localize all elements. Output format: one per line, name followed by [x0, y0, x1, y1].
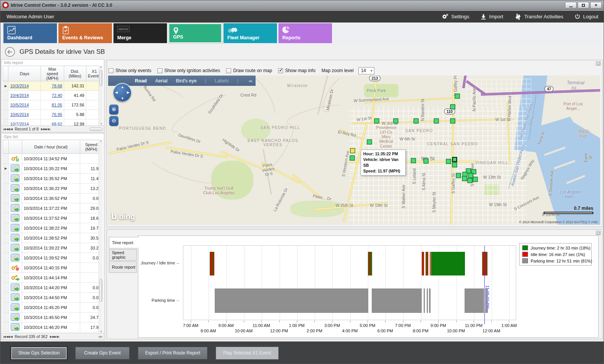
info-report-row[interactable]: ▶10/3/201478.68142.31 [3, 81, 103, 91]
gps-marker[interactable] [374, 118, 379, 123]
map-toolbar-collapse-button[interactable]: «« [249, 79, 252, 83]
map-view-tab-road[interactable]: Road [135, 78, 147, 84]
topbar-action-transfer-activities[interactable]: Transfer Activities [515, 14, 563, 20]
gps-marker[interactable] [462, 176, 467, 181]
gps-marker[interactable] [393, 118, 398, 123]
maximize-button[interactable] [578, 2, 589, 8]
gps-marker[interactable] [450, 104, 455, 109]
topbar-action-settings[interactable]: Settings [442, 14, 469, 20]
gps-column-header[interactable]: Date / hour (local) [22, 140, 80, 154]
day-link[interactable]: 10/7/2014 [10, 122, 29, 126]
gps-marker[interactable] [452, 157, 457, 162]
day-link[interactable]: 10/4/2014 [10, 93, 29, 98]
gps-marker[interactable] [473, 177, 478, 182]
gps-list-row[interactable]: 10/3/2014 11:35:52 PM11.47 [3, 174, 103, 184]
report-tab-speed-graphic[interactable]: Speed graphic [109, 249, 137, 261]
gps-marker[interactable] [450, 118, 455, 123]
map-view-tab-aerial[interactable]: Aerial [155, 78, 167, 84]
gps-list-row[interactable]: 10/3/2014 11:46:20 PM17.93 [3, 322, 103, 332]
map-view-tab-labels[interactable]: Labels [215, 78, 229, 84]
map-zoom-in-button[interactable]: ⊕ [109, 105, 118, 114]
nav-tile-reports[interactable]: Reports [279, 23, 332, 43]
gps-marker[interactable] [424, 158, 429, 163]
pager-first-icon[interactable]: |◀ ◀◀ ◀ [3, 335, 12, 338]
gps-list-row[interactable]: 10/3/2014 11:37:52 PM18.63 [3, 213, 103, 223]
gps-list-row[interactable]: 10/3/2014 11:39:22 PM33.21 [3, 243, 103, 253]
gps-list-row[interactable]: 10/3/2014 11:36:22 PM13.28 [3, 184, 103, 193]
gps-marker[interactable] [456, 173, 461, 178]
nav-tile-gps[interactable]: GPS [168, 23, 222, 43]
checkbox-show-only-ignition-activities[interactable]: Show only ignition activities [157, 68, 220, 73]
info-report-row[interactable]: 10/7/201468.6212.99 [3, 119, 103, 126]
day-link[interactable]: 10/3/2014 [10, 84, 29, 88]
gps-marker[interactable] [434, 118, 439, 123]
gps-marker[interactable] [452, 162, 457, 167]
gps-list-row[interactable]: 10/3/2014 11:40:15 PM [3, 263, 103, 273]
info-table-scrollbar[interactable]: ▲▼ [99, 66, 103, 126]
gps-list-row[interactable]: 10/3/2014 11:38:52 PM30.55 [3, 233, 103, 243]
gps-marker[interactable] [350, 155, 355, 160]
back-button[interactable] [5, 47, 15, 57]
info-column-header[interactable]: Dist. (Miles) [64, 66, 86, 81]
chart-panel-maximize-button[interactable] [596, 231, 601, 235]
button-show-gps-selection[interactable]: Show Gps Selection [11, 347, 67, 359]
pager-hscroll-thumb[interactable] [89, 127, 102, 131]
pager-last-icon[interactable]: ▶ ▶▶ ▶| [41, 127, 50, 131]
gps-marker[interactable] [467, 178, 472, 183]
map-zoom-out-button[interactable]: ⊖ [109, 116, 118, 126]
max-speed-link[interactable]: 76.95 [52, 112, 62, 117]
day-link[interactable]: 10/6/2014 [10, 112, 29, 117]
pager-last-icon[interactable]: ▶ ▶▶ ▶| [50, 335, 59, 338]
button-export-print-route-report[interactable]: Export / Print Route Report [138, 347, 207, 359]
gps-marker[interactable] [446, 159, 451, 164]
gps-marker[interactable] [367, 140, 372, 145]
report-tab-route-report[interactable]: Route report [109, 261, 137, 273]
max-speed-link[interactable]: 81.05 [52, 103, 62, 107]
gps-marker-selected[interactable] [350, 148, 355, 153]
gps-list-row[interactable]: 10/3/2014 11:44:50 PM0.00 [3, 293, 103, 303]
minimize-button[interactable] [565, 2, 576, 8]
max-speed-link[interactable]: 68.62 [52, 122, 62, 126]
info-column-header[interactable]: Days [8, 66, 41, 81]
checkbox-show-map-info[interactable]: Show map info [278, 68, 315, 73]
gps-list-row[interactable]: 10/3/2014 11:45:50 PM24.75 [3, 312, 103, 322]
gps-list-row[interactable]: 10/3/2014 11:36:52 PM0.00 [3, 193, 103, 203]
max-speed-link[interactable]: 78.68 [52, 84, 62, 88]
gps-list-row[interactable]: ▶10/3/2014 11:35:22 PM11.97 [3, 164, 103, 174]
report-tab-time-report[interactable]: Time report [109, 237, 139, 248]
gps-list-row[interactable]: 10/3/2014 11:45:20 PM0.00 [3, 303, 103, 312]
nav-tile-fleet-manager[interactable]: Fleet Manager [223, 23, 277, 43]
nav-tile-merge[interactable]: MERGEMerge [113, 23, 167, 43]
button-create-gps-event[interactable]: Create Gps Event [75, 347, 130, 359]
gps-list-row[interactable]: 10/3/2014 11:44:20 PM0.00 [3, 283, 103, 293]
checkbox-show-only-events[interactable]: Show only events [108, 68, 151, 73]
max-speed-link[interactable]: 72.40 [52, 93, 62, 98]
gps-marker[interactable] [411, 158, 416, 163]
topbar-action-logout[interactable]: Logout [575, 14, 598, 19]
info-report-row[interactable]: 10/6/201476.955.88 [3, 110, 103, 119]
gps-list-row[interactable]: 10/3/2014 11:37:22 PM29.05 [3, 203, 103, 213]
close-button[interactable]: ✕ [590, 2, 602, 8]
gps-list-row[interactable]: 10/3/2014 11:39:52 PM0.00 [3, 253, 103, 263]
map-panel-maximize-button[interactable] [596, 61, 601, 66]
gps-list-row[interactable]: 10/3/2014 11:44:14 PM [3, 273, 103, 283]
gps-list-row[interactable]: 10/3/2014 11:34:52 PM [3, 154, 103, 164]
topbar-action-import[interactable]: Import [481, 14, 503, 20]
day-link[interactable]: 10/5/2014 [10, 103, 29, 107]
map-zoom-level-select[interactable]: 14 [358, 67, 374, 74]
gps-marker[interactable] [414, 118, 419, 123]
nav-tile-events-reviews[interactable]: Events & Reviews [58, 23, 112, 43]
map-view-tab-bird-s-eye[interactable]: Bird's eye [176, 78, 197, 84]
pager-first-icon[interactable]: |◀ ◀◀ ◀ [3, 127, 12, 131]
map-pan-control[interactable]: ▲ ▼ ◀ ▶ [113, 84, 131, 101]
gps-list-row[interactable]: 10/3/2014 11:38:22 PM19.70 [3, 223, 103, 233]
map-park [241, 119, 270, 141]
info-report-row[interactable]: 10/4/201472.4041.49 [3, 91, 103, 100]
map-canvas[interactable]: MiralestePeck ParkW Summerland AveCrest … [108, 76, 600, 225]
gps-marker[interactable] [455, 93, 460, 98]
info-column-header[interactable]: Max speed (MPH) [41, 66, 64, 81]
checkbox-draw-route-on-map[interactable]: Draw route on map [226, 68, 272, 73]
gps-table-scrollbar[interactable]: ▲▼ [99, 140, 103, 333]
nav-tile-dashboard[interactable]: Dashboard [3, 23, 57, 43]
info-report-row[interactable]: 10/5/201481.05172.56 [3, 100, 103, 110]
